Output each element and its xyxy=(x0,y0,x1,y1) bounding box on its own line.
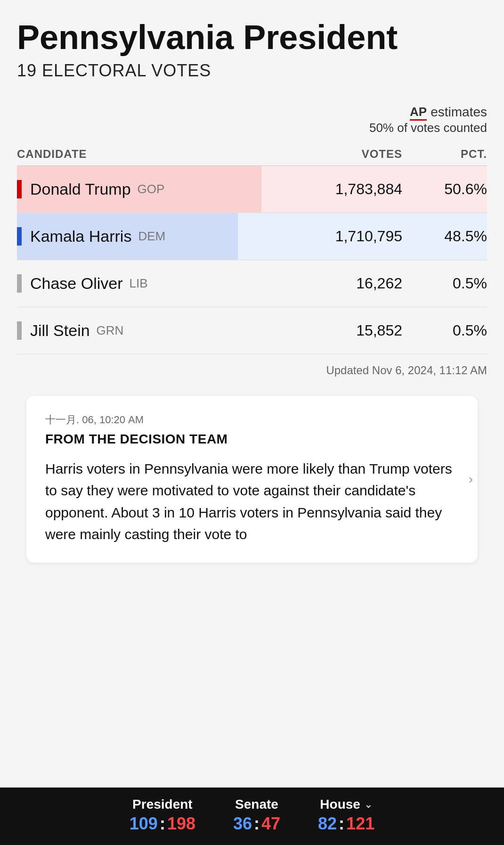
trump-votes: 1,783,884 xyxy=(308,180,402,198)
card-title: FROM THE DECISION TEAM xyxy=(45,432,459,447)
senate-separator: : xyxy=(254,814,260,834)
oliver-pct: 0.5% xyxy=(402,275,487,292)
decision-team-card[interactable]: 十一月. 06, 10:20 AM FROM THE DECISION TEAM… xyxy=(26,396,478,563)
candidate-row-stein: Jill Stein GRN 15,852 0.5% xyxy=(17,307,487,354)
house-red-score: 121 xyxy=(346,814,374,834)
decision-card-container[interactable]: 十一月. 06, 10:20 AM FROM THE DECISION TEAM… xyxy=(17,396,487,563)
senate-blue-score: 36 xyxy=(233,814,252,834)
updated-timestamp: Updated Nov 6, 2024, 11:12 AM xyxy=(17,354,487,396)
stein-votes: 15,852 xyxy=(308,322,402,339)
page-title: Pennsylvania President xyxy=(17,19,487,56)
harris-pct: 48.5% xyxy=(402,228,487,245)
house-scores: 82 : 121 xyxy=(318,814,374,834)
house-dropdown-icon[interactable]: ⌄ xyxy=(364,798,373,811)
card-chevron-right-icon[interactable]: › xyxy=(469,472,473,487)
header-candidate: CANDIDATE xyxy=(17,148,308,161)
bottom-section-president[interactable]: President 109 : 198 xyxy=(130,797,195,834)
oliver-name: Chase Oliver xyxy=(30,274,123,293)
president-label: President xyxy=(132,797,193,812)
house-blue-score: 82 xyxy=(318,814,337,834)
card-body: Harris voters in Pennsylvania were more … xyxy=(45,458,459,546)
harris-votes: 1,710,795 xyxy=(308,228,402,245)
header-votes: VOTES xyxy=(308,148,402,161)
trump-name: Donald Trump xyxy=(30,180,131,198)
president-scores: 109 : 198 xyxy=(130,814,195,834)
senate-scores: 36 : 47 xyxy=(233,814,280,834)
bottom-navigation-bar: President 109 : 198 Senate 36 : 47 House… xyxy=(0,788,504,845)
table-header: CANDIDATE VOTES PCT. xyxy=(17,143,487,166)
senate-label: Senate xyxy=(235,797,278,812)
trump-party-indicator xyxy=(17,180,22,198)
ap-estimates-container: AP estimates 50% of votes counted xyxy=(17,104,487,135)
ap-estimates-text: estimates xyxy=(431,105,487,120)
trump-info: Donald Trump GOP xyxy=(17,171,308,208)
stein-party-indicator xyxy=(17,321,22,340)
votes-counted: 50% of votes counted xyxy=(17,121,487,135)
stein-name: Jill Stein xyxy=(30,321,90,340)
bottom-section-house[interactable]: House ⌄ 82 : 121 xyxy=(318,797,374,834)
senate-red-score: 47 xyxy=(261,814,280,834)
president-separator: : xyxy=(160,814,165,834)
harris-info: Kamala Harris DEM xyxy=(17,218,308,255)
harris-party: DEM xyxy=(138,229,165,244)
electoral-votes: 19 ELECTORAL VOTES xyxy=(17,61,487,81)
president-red-score: 198 xyxy=(167,814,195,834)
stein-party: GRN xyxy=(97,323,124,338)
candidate-row-trump: Donald Trump GOP 1,783,884 50.6% xyxy=(17,166,487,213)
oliver-votes: 16,262 xyxy=(308,275,402,292)
stein-info: Jill Stein GRN xyxy=(17,312,308,349)
ap-logo: AP xyxy=(410,105,427,119)
harris-party-indicator xyxy=(17,227,22,246)
stein-pct: 0.5% xyxy=(402,322,487,339)
oliver-party-indicator xyxy=(17,274,22,293)
harris-name: Kamala Harris xyxy=(30,227,131,246)
header-pct: PCT. xyxy=(402,148,487,161)
trump-pct: 50.6% xyxy=(402,180,487,198)
trump-party: GOP xyxy=(138,182,165,197)
candidate-row-harris: Kamala Harris DEM 1,710,795 48.5% xyxy=(17,213,487,260)
house-label: House xyxy=(320,797,360,812)
house-separator: : xyxy=(339,814,344,834)
president-blue-score: 109 xyxy=(130,814,158,834)
oliver-party: LIB xyxy=(130,276,148,291)
card-date: 十一月. 06, 10:20 AM xyxy=(45,413,459,427)
candidate-row-oliver: Chase Oliver LIB 16,262 0.5% xyxy=(17,260,487,307)
oliver-info: Chase Oliver LIB xyxy=(17,265,308,302)
bottom-section-senate[interactable]: Senate 36 : 47 xyxy=(233,797,280,834)
